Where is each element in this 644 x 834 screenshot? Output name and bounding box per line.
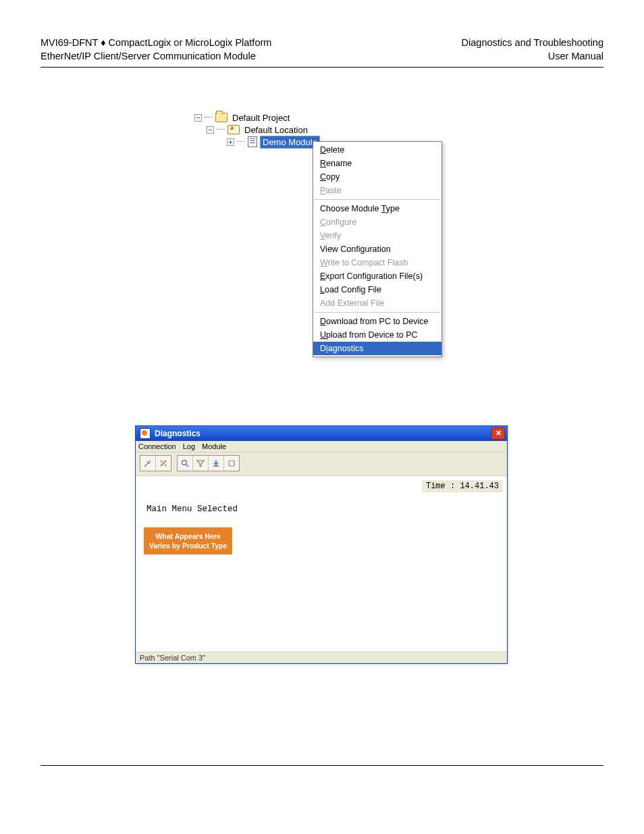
tree-module-label: Demo Module — [260, 136, 320, 149]
folder-icon — [215, 113, 227, 122]
callout-line2: Varies by Product Type — [149, 541, 227, 550]
collapse-icon[interactable] — [207, 126, 214, 134]
hdr-sep: ♦ — [101, 37, 105, 48]
tree-location-label: Default Location — [242, 124, 310, 136]
ctx-download-from-pc-to-device[interactable]: Download from PC to Device — [313, 315, 441, 328]
context-menu[interactable]: DeleteRenameCopyPasteChoose Module TypeC… — [313, 141, 442, 357]
hdr-right-line1: Diagnostics and Troubleshooting — [462, 36, 603, 50]
hdr-left-prefix: MVI69-DFNT — [41, 37, 101, 48]
svg-rect-2 — [229, 461, 234, 466]
clear-icon[interactable] — [224, 456, 239, 471]
ctx-diagnostics[interactable]: Diagnostics — [313, 342, 441, 355]
terminal-text: Main Menu Selected — [146, 504, 238, 514]
menu-log[interactable]: Log — [183, 442, 195, 450]
project-tree[interactable]: Default Project Default Location Demo Mo… — [194, 111, 320, 148]
toolbar-group-connection — [140, 455, 171, 471]
ctx-paste: Paste — [313, 184, 441, 197]
ctx-add-external-file: Add External File — [313, 296, 441, 310]
ctx-choose-module-type[interactable]: Choose Module Type — [313, 202, 441, 215]
tree-connector — [217, 129, 225, 130]
callout-line1: What Appears Here — [149, 531, 227, 541]
header-rule — [41, 67, 603, 68]
ctx-verify: Verify — [313, 229, 441, 242]
ctx-rename[interactable]: Rename — [313, 157, 441, 170]
tree-location-row[interactable]: Default Location — [194, 124, 320, 136]
title-bar[interactable]: Diagnostics ✕ — [136, 426, 507, 441]
collapse-icon[interactable] — [194, 114, 202, 122]
expand-icon[interactable] — [227, 138, 234, 146]
hdr-left-line2: EtherNet/IP Client/Server Communication … — [41, 50, 271, 63]
magnify-icon[interactable] — [178, 456, 193, 471]
project-tree-figure: Default Project Default Location Demo Mo… — [189, 108, 540, 378]
menu-module[interactable]: Module — [202, 442, 226, 450]
window-title: Diagnostics — [155, 429, 487, 438]
status-bar: Path "Serial Com 3" — [136, 652, 507, 663]
tree-root-label: Default Project — [230, 112, 292, 124]
connect-icon[interactable] — [140, 456, 156, 471]
page-header: MVI69-DFNT ♦ CompactLogix or MicroLogix … — [41, 36, 603, 63]
product-type-callout: What Appears Here Varies by Product Type — [144, 527, 232, 554]
toolbar-group-tools — [177, 455, 240, 471]
tree-module-row[interactable]: Demo Module — [194, 136, 320, 148]
ctx-load-config-file[interactable]: Load Config File — [313, 283, 441, 296]
ctx-view-configuration[interactable]: View Configuration — [313, 242, 441, 256]
toolbar[interactable] — [136, 452, 507, 476]
hdr-left-suffix: CompactLogix or MicroLogix Platform — [106, 37, 272, 48]
footer-rule — [41, 765, 603, 766]
ctx-write-to-compact-flash: Write to Compact Flash — [313, 256, 441, 269]
tree-root-row[interactable]: Default Project — [194, 111, 320, 124]
menu-connection[interactable]: Connection — [138, 442, 176, 450]
ctx-separator — [315, 312, 440, 313]
terminal-area: Time : 14.41.43 Main Menu Selected What … — [136, 476, 507, 652]
ctx-upload-from-device-to-pc[interactable]: Upload from Device to PC — [313, 328, 441, 342]
ctx-copy[interactable]: Copy — [313, 170, 441, 184]
menu-bar[interactable]: Connection Log Module — [136, 441, 507, 452]
ctx-delete[interactable]: Delete — [313, 143, 441, 157]
ctx-export-configuration-file-s[interactable]: Export Configuration File(s) — [313, 269, 441, 283]
location-icon — [227, 125, 240, 134]
close-icon[interactable]: ✕ — [491, 427, 505, 440]
svg-point-0 — [182, 461, 187, 465]
tree-connector — [237, 141, 245, 142]
app-icon — [140, 428, 151, 439]
ctx-configure: Configure — [313, 215, 441, 229]
download-icon[interactable] — [209, 456, 224, 471]
filter-icon[interactable] — [193, 456, 209, 471]
svg-line-1 — [186, 465, 188, 467]
module-icon — [248, 136, 257, 147]
time-label: Time : 14.41.43 — [422, 480, 503, 492]
tree-connector — [205, 117, 213, 118]
diagnostics-window: Diagnostics ✕ Connection Log Module — [135, 425, 508, 664]
ctx-separator — [315, 199, 440, 200]
hdr-right-line2: User Manual — [462, 50, 603, 63]
disconnect-icon[interactable] — [156, 456, 171, 471]
